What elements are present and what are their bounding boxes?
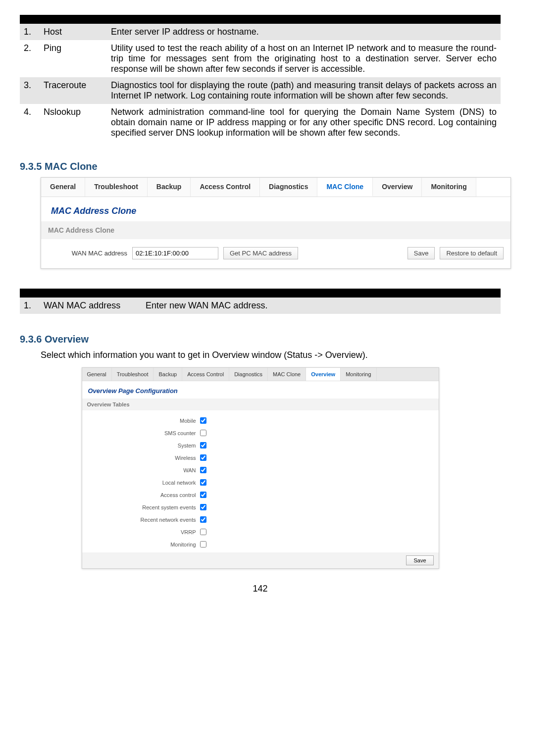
option-label: Local network [82,480,200,486]
table-row: 2.PingUtility used to test the reach abi… [20,40,501,77]
tab-overview[interactable]: Overview [373,178,422,197]
tab-monitoring[interactable]: Monitoring [341,368,376,381]
overview-option-row: WAN [82,464,439,476]
row-name: Ping [40,40,107,77]
option-checkbox-local-network[interactable] [200,479,206,486]
option-checkbox-vrrp[interactable] [200,529,206,535]
wan-mac-label: WAN MAC address [48,249,127,257]
section-title: Overview [45,334,89,345]
tab-troubleshoot[interactable]: Troubleshoot [85,178,148,197]
option-label: Wireless [82,455,200,461]
tab-monitoring[interactable]: Monitoring [422,178,476,197]
tab-diagnostics[interactable]: Diagnostics [229,368,268,381]
row-num: 1. [20,298,40,314]
mac-desc-table: 1.WAN MAC addressEnter new WAN MAC addre… [20,289,501,314]
option-checkbox-monitoring[interactable] [200,541,206,548]
table-row: 1.HostEnter server IP address or hostnam… [20,24,501,40]
row-name: Nslookup [40,104,107,141]
tab-overview[interactable]: Overview [306,368,341,381]
overview-section-label: Overview Tables [82,398,439,410]
section-title: MAC Clone [45,161,98,172]
tab-access-control[interactable]: Access Control [191,178,260,197]
row-desc: Utility used to test the reach ability o… [107,40,501,77]
overview-checkbox-list: MobileSMS counterSystemWirelessWANLocal … [82,410,439,552]
row-desc: Enter server IP address or hostname. [107,24,501,40]
option-checkbox-recent-network-events[interactable] [200,516,206,523]
option-label: SMS counter [82,430,200,436]
row-num: 2. [20,40,40,77]
tab-general[interactable]: General [41,178,85,197]
tab-troubleshoot[interactable]: Troubleshoot [112,368,154,381]
mac-tab-bar: GeneralTroubleshootBackupAccess ControlD… [41,178,510,197]
option-checkbox-wan[interactable] [200,467,206,473]
overview-option-row: Access control [82,489,439,501]
wan-mac-input[interactable] [132,247,218,259]
row-num: 3. [20,77,40,104]
row-name: Host [40,24,107,40]
option-label: Mobile [82,418,200,424]
overview-save-bar: Save [82,552,439,568]
overview-option-row: Wireless [82,451,439,464]
get-pc-mac-button[interactable]: Get PC MAC address [223,247,298,259]
option-label: Monitoring [82,542,200,548]
restore-default-button[interactable]: Restore to default [440,247,504,259]
row-desc: Network administration command-line tool… [107,104,501,141]
tab-mac-clone[interactable]: MAC Clone [268,368,306,381]
diagnostics-desc-table: 1.HostEnter server IP address or hostnam… [20,15,501,141]
overview-save-button[interactable]: Save [406,555,433,565]
overview-option-row: VRRP [82,526,439,538]
tab-access-control[interactable]: Access Control [182,368,229,381]
overview-option-row: System [82,439,439,451]
overview-option-row: SMS counter [82,427,439,439]
section-936-text: Select which information you want to get… [41,350,501,360]
option-label: Recent system events [82,504,200,510]
row-num: 1. [20,24,40,40]
section-num: 9.3.6 [20,334,42,345]
overview-option-row: Monitoring [82,538,439,550]
tab-mac-clone[interactable]: MAC Clone [317,178,373,197]
mac-form-row: WAN MAC address Get PC MAC address Save … [41,239,510,268]
tab-backup[interactable]: Backup [148,178,191,197]
overview-figure: GeneralTroubleshootBackupAccess ControlD… [82,367,439,569]
save-button[interactable]: Save [407,247,435,259]
tab-general[interactable]: General [82,368,112,381]
section-num: 9.3.5 [20,161,42,172]
tab-backup[interactable]: Backup [153,368,182,381]
mac-section-label: MAC Address Clone [41,221,510,239]
row-desc: Diagnostics tool for displaying the rout… [107,77,501,104]
overview-option-row: Local network [82,476,439,489]
table-row: 4.NslookupNetwork administration command… [20,104,501,141]
option-checkbox-recent-system-events[interactable] [200,504,206,510]
page-number: 142 [20,584,501,594]
row-name: WAN MAC address [40,298,142,314]
option-label: Recent network events [82,517,200,523]
overview-option-row: Recent network events [82,513,439,526]
option-label: WAN [82,467,200,473]
row-desc: Enter new WAN MAC address. [142,298,501,314]
overview-tab-bar: GeneralTroubleshootBackupAccess ControlD… [82,368,439,381]
overview-panel-title: Overview Page Configuration [82,381,439,398]
section-936-heading: 9.3.6 Overview [20,334,501,345]
option-label: VRRP [82,529,200,535]
mac-clone-figure: GeneralTroubleshootBackupAccess ControlD… [41,177,511,269]
tab-diagnostics[interactable]: Diagnostics [260,178,317,197]
option-label: Access control [82,492,200,498]
option-checkbox-sms-counter[interactable] [200,430,206,436]
option-checkbox-access-control[interactable] [200,492,206,498]
option-checkbox-system[interactable] [200,442,206,448]
option-label: System [82,443,200,448]
row-num: 4. [20,104,40,141]
overview-option-row: Mobile [82,414,439,427]
option-checkbox-wireless[interactable] [200,454,206,461]
table-row: 1.WAN MAC addressEnter new WAN MAC addre… [20,298,501,314]
table-row: 3.TracerouteDiagnostics tool for display… [20,77,501,104]
overview-option-row: Recent system events [82,501,439,513]
row-name: Traceroute [40,77,107,104]
mac-panel-title: MAC Address Clone [41,197,510,221]
section-935-heading: 9.3.5 MAC Clone [20,161,501,172]
option-checkbox-mobile[interactable] [200,417,206,424]
